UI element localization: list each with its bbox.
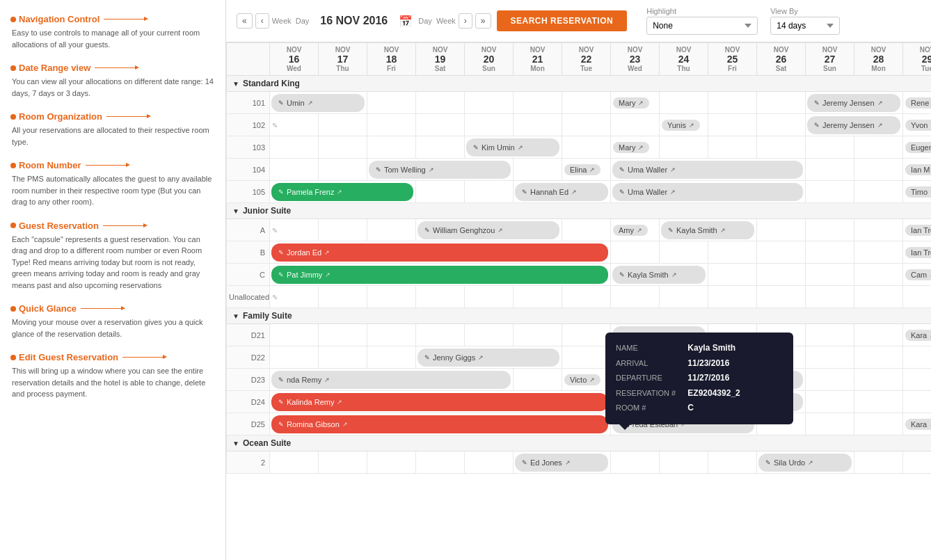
edit-icon-Unallocated-0[interactable]: ✎: [272, 294, 278, 301]
next-day-button[interactable]: ›: [459, 13, 472, 29]
next-week-button[interactable]: »: [475, 13, 491, 29]
capsule-ext-icon[interactable]: ↗: [669, 332, 675, 339]
capsule-edit-icon[interactable]: ✎: [278, 271, 284, 278]
capsule-B-Jordan-Ed[interactable]: ✎ Jordan Ed ↗: [271, 243, 608, 262]
capsule-edit-icon[interactable]: ✎: [522, 189, 527, 195]
capsule-D23-Francine-Valero[interactable]: ✎ Francine Valero ↗: [612, 371, 803, 389]
capsule-ext-icon[interactable]: ↗: [337, 189, 342, 195]
capsule-104-Ian-M[interactable]: Ian M ↗: [905, 164, 931, 175]
capsule-edit-icon[interactable]: ✎: [473, 144, 479, 151]
capsule-102-Jeremy-Jensen[interactable]: ✎ Jeremy Jensen ↗: [807, 116, 900, 134]
capsule-ext-icon[interactable]: ↗: [308, 99, 313, 106]
capsule-edit-icon[interactable]: ✎: [278, 399, 284, 406]
capsule-ext-icon[interactable]: ↗: [337, 399, 342, 406]
capsule-ext-icon[interactable]: ↗: [589, 166, 595, 173]
capsule-102-Yunis[interactable]: Yunis ↗: [662, 120, 700, 131]
capsule-D25-Freda-Esteban[interactable]: ✎ Freda Esteban ↗: [612, 415, 754, 433]
capsule-ext-icon[interactable]: ↗: [684, 376, 690, 383]
capsule-ext-icon[interactable]: ↗: [671, 271, 677, 278]
capsule-edit-icon[interactable]: ✎: [278, 376, 284, 383]
highlight-select[interactable]: None VIP Anniversary: [646, 17, 758, 35]
capsule-102-Yvon[interactable]: Yvon ↗: [905, 120, 931, 131]
viewby-select[interactable]: 14 days 7 days 3 days: [770, 17, 840, 35]
capsule-103-Kim-Umin[interactable]: ✎ Kim Umin ↗: [466, 138, 559, 157]
capsule-A-Ian-Trevon[interactable]: Ian Trevon ↗: [905, 225, 931, 236]
capsule-103-Eugene-Terill[interactable]: Eugene Terill ↗: [905, 142, 931, 153]
capsule-C-Pat-Jimmy[interactable]: ✎ Pat Jimmy ↗: [271, 266, 608, 284]
capsule-ext-icon[interactable]: ↗: [808, 459, 813, 466]
capsule-A-William-Genghzou[interactable]: ✎ William Genghzou ↗: [417, 221, 559, 239]
capsule-edit-icon[interactable]: ✎: [668, 227, 674, 234]
capsule-ext-icon[interactable]: ↗: [670, 166, 676, 173]
capsule-ext-icon[interactable]: ↗: [877, 122, 883, 129]
capsule-edit-icon[interactable]: ✎: [814, 99, 820, 106]
capsule-D25-Romina-Gibson[interactable]: ✎ Romina Gibson ↗: [271, 415, 608, 433]
capsule-ext-icon[interactable]: ↗: [342, 421, 348, 428]
capsule-D22-Freda-Esteban[interactable]: ✎ Freda Esteban ↗: [612, 349, 754, 367]
capsule-edit-icon[interactable]: ✎: [619, 189, 625, 195]
capsule-105-Hannah-Ed[interactable]: ✎ Hannah Ed ↗: [515, 183, 608, 201]
capsule-101-Umin[interactable]: ✎ Umin ↗: [271, 94, 365, 112]
capsule-ext-icon[interactable]: ↗: [324, 249, 330, 256]
capsule-edit-icon[interactable]: ✎: [619, 332, 625, 339]
capsule-ext-icon[interactable]: ↗: [325, 271, 331, 278]
capsule-D21-Jenny-Gigg[interactable]: ✎ Jenny Gigg ↗: [612, 326, 706, 344]
capsule-ext-icon[interactable]: ↗: [324, 376, 330, 383]
capsule-105-Pamela-Frenz[interactable]: ✎ Pamela Frenz ↗: [271, 183, 413, 201]
capsule-ext-icon[interactable]: ↗: [681, 421, 686, 428]
capsule-edit-icon[interactable]: ✎: [522, 459, 527, 466]
capsule-edit-icon[interactable]: ✎: [619, 421, 625, 428]
capsule-ext-icon[interactable]: ↗: [638, 99, 644, 106]
capsule-101-Jeremy-Jensen[interactable]: ✎ Jeremy Jensen ↗: [807, 94, 900, 112]
capsule-edit-icon[interactable]: ✎: [619, 271, 625, 278]
capsule-ext-icon[interactable]: ↗: [478, 354, 484, 361]
capsule-edit-icon[interactable]: ✎: [765, 459, 771, 466]
capsule-edit-icon[interactable]: ✎: [424, 354, 430, 361]
capsule-C-Cam[interactable]: Cam ↗: [905, 269, 931, 280]
capsule-101-Rene[interactable]: Rene ↗: [905, 97, 931, 109]
capsule-D23-nda-Remy[interactable]: ✎ nda Remy ↗: [271, 371, 511, 389]
capsule-C-Kayla-Smith[interactable]: ✎ Kayla Smith ↗: [612, 266, 706, 284]
prev-day-button[interactable]: ‹: [255, 13, 269, 29]
capsule-104-Tom-Welling[interactable]: ✎ Tom Welling ↗: [369, 161, 511, 179]
capsule-A-Amy[interactable]: Amy ↗: [613, 225, 648, 236]
capsule-edit-icon[interactable]: ✎: [619, 399, 625, 406]
capsule-D24-Kalinda-Remy[interactable]: ✎ Kalinda Remy ↗: [271, 393, 608, 411]
capsule-101-Mary[interactable]: Mary ↗: [613, 97, 649, 109]
capsule-ext-icon[interactable]: ↗: [429, 166, 434, 173]
capsule-edit-icon[interactable]: ✎: [278, 249, 284, 256]
capsule-ext-icon[interactable]: ↗: [518, 144, 523, 151]
capsule-edit-icon[interactable]: ✎: [619, 166, 625, 173]
capsule-ext-icon[interactable]: ↗: [681, 354, 686, 361]
capsule-B-Ian-Trevon[interactable]: Ian Trevon ↗: [905, 247, 931, 258]
capsule-edit-icon[interactable]: ✎: [376, 166, 381, 173]
capsule-ext-icon[interactable]: ↗: [684, 399, 690, 406]
edit-icon-A-0[interactable]: ✎: [272, 227, 278, 234]
prev-week-button[interactable]: «: [237, 13, 253, 29]
capsule-edit-icon[interactable]: ✎: [814, 122, 820, 129]
capsule-D22-Jenny-Giggs[interactable]: ✎ Jenny Giggs ↗: [417, 349, 559, 367]
capsule-A-Kayla-Smith[interactable]: ✎ Kayla Smith ↗: [661, 221, 754, 239]
capsule-ext-icon[interactable]: ↗: [689, 122, 694, 129]
capsule-105-Timo[interactable]: Timo ↗: [905, 186, 931, 198]
capsule-ext-icon[interactable]: ↗: [720, 227, 726, 234]
capsule-D25-Kara[interactable]: Kara ↗: [905, 419, 931, 430]
capsule-ext-icon[interactable]: ↗: [565, 459, 571, 466]
capsule-D24-Francine-Valero[interactable]: ✎ Francine Valero ↗: [612, 393, 803, 411]
capsule-103-Mary[interactable]: Mary ↗: [613, 142, 649, 153]
capsule-2-Ed-Jones[interactable]: ✎ Ed Jones ↗: [515, 454, 608, 472]
capsule-edit-icon[interactable]: ✎: [619, 376, 625, 383]
capsule-ext-icon[interactable]: ↗: [637, 227, 642, 234]
calendar-icon[interactable]: 📅: [399, 15, 413, 28]
capsule-104-Elina[interactable]: Elina ↗: [564, 164, 600, 175]
capsule-ext-icon[interactable]: ↗: [638, 144, 644, 151]
capsule-edit-icon[interactable]: ✎: [278, 99, 284, 106]
capsule-105-Uma-Waller[interactable]: ✎ Uma Waller ↗: [612, 183, 803, 201]
search-reservation-button[interactable]: SEARCH RESERVATION: [497, 10, 628, 31]
capsule-ext-icon[interactable]: ↗: [571, 189, 577, 195]
capsule-ext-icon[interactable]: ↗: [877, 99, 883, 106]
capsule-2-Sila-Urdo[interactable]: ✎ Sila Urdo ↗: [758, 454, 852, 472]
capsule-edit-icon[interactable]: ✎: [619, 354, 625, 361]
edit-icon-102-0[interactable]: ✎: [272, 122, 278, 129]
capsule-ext-icon[interactable]: ↗: [670, 189, 676, 195]
